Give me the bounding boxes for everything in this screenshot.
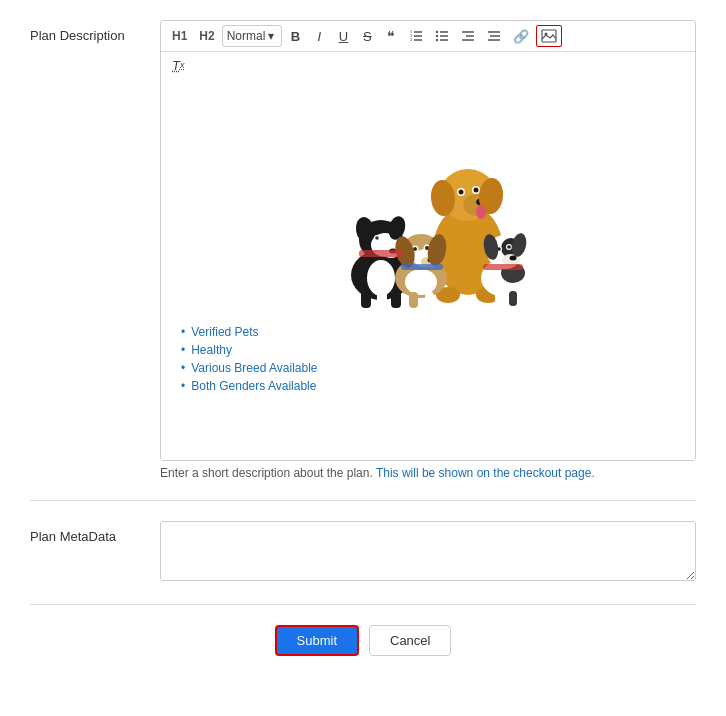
svg-rect-60 bbox=[425, 292, 434, 308]
svg-rect-33 bbox=[391, 290, 401, 308]
submit-button[interactable]: Submit bbox=[275, 625, 359, 656]
italic-button[interactable]: I bbox=[308, 25, 330, 47]
dog-image-area bbox=[171, 90, 685, 310]
bullet-item-3: Various Breed Available bbox=[181, 361, 685, 375]
plan-description-label: Plan Description bbox=[30, 20, 160, 43]
dogs-illustration bbox=[313, 90, 543, 310]
toolbar-row2: Tx bbox=[161, 52, 695, 80]
strikethrough-button[interactable]: S bbox=[356, 25, 378, 47]
link-button[interactable]: 🔗 bbox=[508, 25, 534, 47]
underline-button[interactable]: U bbox=[332, 25, 354, 47]
page-container: Plan Description H1 H2 Normal ▾ B I U S … bbox=[0, 0, 726, 676]
form-buttons: Submit Cancel bbox=[30, 625, 696, 656]
plan-metadata-label: Plan MetaData bbox=[30, 521, 160, 544]
editor-content-area[interactable]: Verified Pets Healthy Various Breed Avai… bbox=[161, 80, 695, 460]
helper-text: Enter a short description about the plan… bbox=[160, 466, 696, 480]
bold-button[interactable]: B bbox=[284, 25, 306, 47]
plan-metadata-row: Plan MetaData bbox=[30, 521, 696, 584]
helper-text-before: Enter a short description about the plan… bbox=[160, 466, 376, 480]
bullet-item-4: Both Genders Available bbox=[181, 379, 685, 393]
bullet-item-2: Healthy bbox=[181, 343, 685, 357]
svg-point-48 bbox=[405, 269, 437, 295]
svg-point-39 bbox=[459, 190, 464, 195]
indent-decrease-button[interactable] bbox=[456, 25, 480, 47]
clear-format-button[interactable]: Tx bbox=[167, 54, 189, 76]
svg-rect-31 bbox=[361, 290, 371, 308]
svg-rect-59 bbox=[409, 292, 418, 308]
svg-point-28 bbox=[375, 236, 379, 240]
image-button[interactable] bbox=[536, 25, 562, 47]
svg-rect-32 bbox=[377, 290, 387, 308]
indent-increase-button[interactable] bbox=[482, 25, 506, 47]
bullet-item-1: Verified Pets bbox=[181, 325, 685, 339]
ordered-list-button[interactable]: 123 bbox=[404, 25, 428, 47]
separator-1 bbox=[30, 500, 696, 501]
svg-rect-73 bbox=[495, 291, 503, 306]
dropdown-arrow-icon: ▾ bbox=[268, 29, 274, 43]
svg-text:3: 3 bbox=[410, 37, 413, 42]
svg-point-11 bbox=[436, 39, 438, 41]
svg-point-10 bbox=[436, 35, 438, 37]
svg-point-41 bbox=[474, 188, 479, 193]
svg-rect-77 bbox=[483, 264, 523, 270]
cancel-button[interactable]: Cancel bbox=[369, 625, 451, 656]
unordered-list-button[interactable] bbox=[430, 25, 454, 47]
svg-rect-75 bbox=[359, 250, 403, 257]
plan-metadata-field bbox=[160, 521, 696, 584]
h2-button[interactable]: H2 bbox=[194, 25, 219, 47]
plan-description-row: Plan Description H1 H2 Normal ▾ B I U S … bbox=[30, 20, 696, 480]
svg-point-70 bbox=[507, 245, 511, 249]
blockquote-button[interactable]: ❝ bbox=[380, 25, 402, 47]
svg-point-44 bbox=[476, 205, 486, 219]
feature-bullet-list: Verified Pets Healthy Various Breed Avai… bbox=[171, 325, 685, 393]
helper-text-highlight: This will be shown on the checkout page. bbox=[376, 466, 595, 480]
h1-button[interactable]: H1 bbox=[167, 25, 192, 47]
font-style-label: Normal bbox=[227, 29, 266, 43]
rich-text-editor: H1 H2 Normal ▾ B I U S ❝ 123 bbox=[160, 20, 696, 461]
svg-rect-76 bbox=[401, 264, 443, 270]
font-style-select[interactable]: Normal ▾ bbox=[222, 25, 283, 47]
svg-rect-74 bbox=[509, 291, 517, 306]
separator-2 bbox=[30, 604, 696, 605]
svg-point-9 bbox=[436, 31, 438, 33]
toolbar-row1: H1 H2 Normal ▾ B I U S ❝ 123 bbox=[161, 21, 695, 52]
metadata-textarea[interactable] bbox=[160, 521, 696, 581]
plan-description-field: H1 H2 Normal ▾ B I U S ❝ 123 bbox=[160, 20, 696, 480]
